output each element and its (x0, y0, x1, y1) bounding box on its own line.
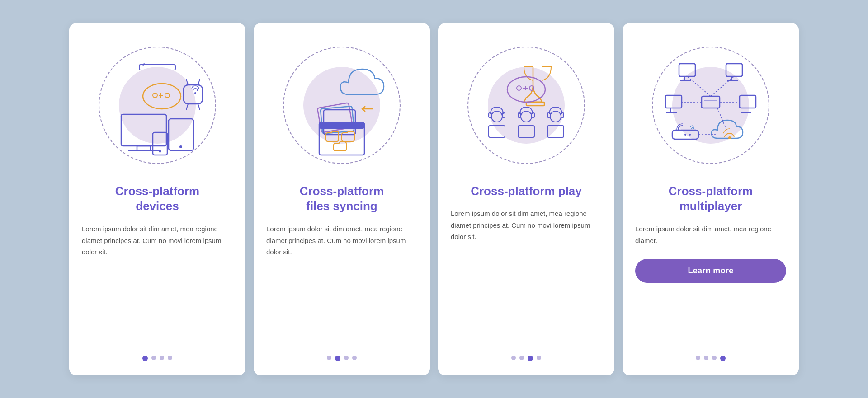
svg-point-35 (521, 111, 532, 122)
svg-rect-56 (740, 95, 756, 108)
card-body: Lorem ipsum dolor sit dim amet, mea regi… (635, 223, 786, 246)
svg-line-8 (186, 79, 188, 85)
card-title: Cross-platform multiplayer (669, 184, 753, 215)
svg-rect-0 (121, 114, 166, 146)
svg-point-6 (159, 150, 161, 152)
card-multiplayer: Cross-platform multiplayer Lorem ipsum d… (623, 23, 799, 375)
card-body: Lorem ipsum dolor sit dim amet, mea regi… (266, 223, 417, 258)
dot-3 (160, 356, 164, 360)
svg-line-60 (711, 76, 734, 96)
card-title: Cross-platform devices (115, 184, 199, 215)
pagination-dots (696, 350, 726, 361)
files-svg (278, 42, 405, 169)
svg-line-11 (198, 104, 200, 110)
illustration-devices (90, 37, 225, 173)
svg-point-65 (684, 134, 686, 136)
learn-more-button[interactable]: Learn more (635, 259, 786, 283)
svg-rect-41 (489, 126, 505, 137)
dot-1 (142, 356, 148, 361)
svg-point-13 (143, 84, 181, 109)
svg-point-14 (153, 93, 157, 98)
svg-rect-50 (726, 64, 742, 76)
devices-svg (94, 42, 221, 169)
dot-2 (335, 356, 340, 361)
illustration-multiplayer (643, 37, 778, 173)
dot-2 (704, 356, 708, 360)
svg-point-63 (728, 136, 731, 139)
dot-1 (696, 356, 700, 360)
svg-point-66 (689, 134, 691, 136)
svg-line-59 (687, 76, 711, 96)
svg-rect-26 (526, 102, 544, 106)
dot-4 (352, 356, 357, 360)
card-play: Cross-platform play Lorem ipsum dolor si… (438, 23, 614, 375)
svg-rect-40 (561, 113, 564, 117)
svg-rect-1 (137, 146, 151, 150)
svg-rect-44 (702, 96, 720, 108)
pagination-dots (327, 350, 357, 361)
svg-rect-47 (679, 64, 695, 76)
svg-point-4 (179, 145, 182, 148)
multiplayer-svg (647, 42, 774, 169)
card-title: Cross-platform play (471, 184, 582, 199)
card-title: Cross-platform files syncing (300, 184, 384, 215)
dot-2 (151, 356, 156, 360)
svg-rect-53 (665, 95, 682, 108)
svg-rect-7 (184, 85, 203, 104)
dot-4 (168, 356, 172, 360)
svg-rect-39 (547, 113, 550, 117)
card-body: Lorem ipsum dolor sit dim amet, mea regi… (451, 208, 602, 243)
dot-1 (327, 356, 331, 360)
pagination-dots (511, 350, 541, 361)
svg-rect-37 (532, 113, 534, 117)
dot-2 (519, 356, 524, 360)
svg-line-9 (198, 79, 200, 85)
dot-4 (537, 356, 541, 360)
card-devices: Cross-platform devices Lorem ipsum dolor… (69, 23, 245, 375)
svg-point-38 (550, 111, 561, 122)
dot-3 (712, 356, 717, 360)
dot-1 (511, 356, 516, 360)
svg-rect-36 (518, 113, 521, 117)
dot-3 (528, 356, 533, 361)
dot-4 (720, 356, 726, 361)
svg-line-10 (186, 104, 188, 110)
svg-rect-43 (547, 126, 564, 137)
card-files-syncing: Cross-platform files syncing Lorem ipsum… (254, 23, 430, 375)
svg-rect-34 (502, 113, 505, 117)
svg-point-15 (165, 93, 170, 98)
svg-point-32 (491, 111, 502, 122)
svg-rect-18 (139, 65, 175, 70)
svg-rect-42 (518, 126, 534, 137)
svg-line-67 (717, 108, 726, 130)
svg-rect-24 (319, 122, 364, 129)
cards-container: Cross-platform devices Lorem ipsum dolor… (42, 5, 826, 393)
play-svg (463, 42, 590, 169)
svg-point-12 (194, 92, 196, 94)
card-body: Lorem ipsum dolor sit dim amet, mea regi… (82, 223, 233, 258)
illustration-files (274, 37, 410, 173)
svg-point-28 (517, 86, 521, 90)
svg-rect-33 (489, 113, 491, 117)
pagination-dots (142, 350, 172, 361)
illustration-play (458, 37, 594, 173)
dot-3 (344, 356, 349, 360)
